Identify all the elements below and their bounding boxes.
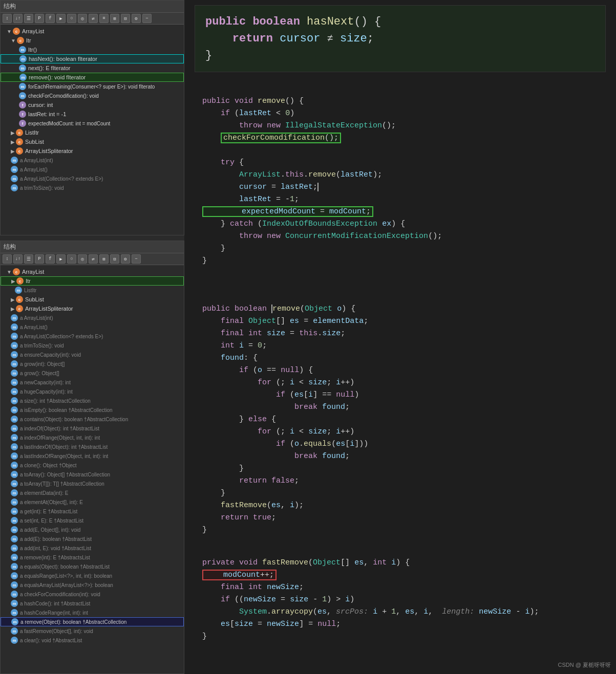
tree-b-elementdata[interactable]: m a elementData(int): E	[1, 488, 184, 497]
tree-item-ctor[interactable]: m a ArrayList()	[1, 165, 184, 174]
tree-b-equals[interactable]: m a equals(Object): boolean †AbstractLis…	[1, 562, 184, 571]
settings-btn[interactable]: ⚙	[132, 14, 141, 23]
collapse-btn-b[interactable]: ⊟	[110, 254, 119, 264]
icon-field-expectedmodcount: f	[19, 120, 26, 127]
tree-b-remove-int[interactable]: m a remove(int): E †AbstractsList	[1, 553, 184, 562]
sort-btn[interactable]: ↕	[3, 14, 12, 23]
tree-b-itr[interactable]: ▶ c Itr	[1, 276, 184, 286]
tree-top[interactable]: ▼ c ArrayList ▼ c Itr m Itr() m hasNex	[1, 25, 184, 232]
tree-b-add2[interactable]: m a add(int, E): void †AbstractList	[1, 543, 184, 553]
tree-item-ctor-int[interactable]: m a ArrayList(int)	[1, 156, 184, 165]
tree-item-checkcomod[interactable]: m checkForComodification(): void	[1, 91, 184, 100]
btn5b[interactable]: f	[46, 254, 55, 264]
btn7[interactable]: ○	[67, 14, 76, 23]
btn8b[interactable]: ◎	[78, 254, 87, 264]
tree-item-sublist[interactable]: ▶ c SubList	[1, 137, 184, 146]
btn6[interactable]: ▶	[56, 14, 66, 23]
btn5[interactable]: f	[46, 14, 55, 23]
code-section-hasnext: public boolean hasNext() { return cursor…	[195, 5, 606, 72]
tree-b-add1[interactable]: m a add(E): boolean †AbstractList	[1, 534, 184, 543]
tree-b-toarray[interactable]: m a toArray(): Object[] †AbstractCollect…	[1, 470, 184, 479]
tree-b-listitr[interactable]: m ListItr	[1, 286, 184, 295]
tree-b-equalsarraylist[interactable]: m a equalsArrayList(ArrayList<?>): boole…	[1, 580, 184, 590]
tree-b-contains[interactable]: m a contains(Object): boolean †AbstractC…	[1, 415, 184, 424]
minus-btn[interactable]: −	[142, 14, 152, 23]
tree-b-toarray-t[interactable]: m a toArray(T[]): T[] †AbstractCollectio…	[1, 479, 184, 488]
fastremove-code-block: private void fastRemove(Object[] es, int…	[195, 552, 606, 648]
tree-b-newcapacity[interactable]: m a newCapacity(int): int	[1, 378, 184, 387]
icon-field-lastret: f	[19, 111, 26, 118]
icon-b-hashcoderange: m	[11, 609, 18, 616]
expand-btn[interactable]: ⊞	[110, 14, 119, 23]
expand-btn-b[interactable]: ⊞	[99, 254, 109, 264]
sort2-btn-b[interactable]: ↓↑	[13, 254, 23, 264]
tree-b-ctor[interactable]: m a ArrayList()	[1, 322, 184, 332]
tree-item-expectedmodcount[interactable]: f expectedModCount: int = modCount	[1, 119, 184, 128]
tree-item-trimtosize[interactable]: m a trimToSize(): void	[1, 183, 184, 192]
remove-object-code-block: public boolean remove(Object o) { final …	[195, 298, 606, 541]
btn10[interactable]: ≡	[99, 14, 109, 23]
tree-b-ensurecapacity[interactable]: m a ensureCapacity(int): void	[1, 350, 184, 359]
tree-b-ctor-int[interactable]: m a ArrayList(int)	[1, 313, 184, 322]
tree-b-hashcoderange[interactable]: m a hashCodeRange(int, int): int	[1, 608, 184, 617]
tree-b-set[interactable]: m a set(int, E): E †AbstractList	[1, 516, 184, 525]
btn6b[interactable]: ▶	[56, 254, 66, 264]
btn3b[interactable]: ☰	[24, 254, 33, 264]
tree-b-clear[interactable]: m a clear(): void †AbstractList	[1, 636, 184, 645]
tree-b-sublist[interactable]: ▶ c SubList	[1, 295, 184, 304]
icon-b-size: m	[11, 397, 18, 404]
sort2-btn[interactable]: ↓↑	[13, 14, 23, 23]
tree-item-listitr[interactable]: ▶ c ListItr	[1, 128, 184, 137]
tree-b-checkcomod[interactable]: m a checkForComodification(int): void	[1, 590, 184, 599]
tree-item-arraylist[interactable]: ▼ c ArrayList	[1, 27, 184, 36]
tree-b-trimtosize[interactable]: m a trimToSize(): void	[1, 341, 184, 350]
btn7b[interactable]: ○	[67, 254, 76, 264]
tree-b-add3[interactable]: m a add(E, Object[], int): void	[1, 525, 184, 534]
tree-item-ctor-collection[interactable]: m a ArrayList(Collection<? extends E>)	[1, 174, 184, 183]
icon-b-clear: m	[11, 637, 18, 644]
tree-item-lastret[interactable]: f lastRet: int = -1	[1, 110, 184, 119]
tree-b-grow[interactable]: m a grow(): Object[]	[1, 368, 184, 378]
minus-btn-b[interactable]: −	[132, 254, 141, 264]
tree-b-arraylist[interactable]: ▼ c ArrayList	[1, 267, 184, 276]
tree-item-hasnext[interactable]: m hasNext(): boolean fIterator	[1, 54, 184, 63]
tree-item-itr[interactable]: ▼ c Itr	[1, 36, 184, 45]
tree-b-lastindexofrange[interactable]: m a lastIndexOfRange(Object, int, int): …	[1, 451, 184, 461]
tree-b-ctor-collection[interactable]: m a ArrayList(Collection<? extends E>)	[1, 332, 184, 341]
btn3[interactable]: ☰	[24, 14, 33, 23]
tree-b-remove-object[interactable]: m a remove(Object): boolean †AbstractCol…	[1, 617, 184, 626]
tree-b-hugecapacity[interactable]: m a hugeCapacity(int): int	[1, 387, 184, 396]
tree-b-equalsrange[interactable]: m a equalsRange(List<?>, int, int): bool…	[1, 571, 184, 580]
tree-item-next[interactable]: m next(): E fIterator	[1, 63, 184, 73]
icon-class-spliterator: c	[16, 147, 23, 155]
tree-b-get[interactable]: m a get(int): E †AbstractList	[1, 507, 184, 516]
tree-b-hashcode[interactable]: m a hashCode(): int †AbstractList	[1, 599, 184, 608]
tree-b-isempty[interactable]: m a isEmpty(): boolean †AbstractCollecti…	[1, 405, 184, 415]
structure-panel-bottom: 结构 ↕ ↓↑ ☰ P f ▶ ○ ◎ ⇄ ⊞ ⊟ ⚙ − ▼ c ArrayL…	[0, 241, 184, 674]
tree-b-clone[interactable]: m a clone(): Object †Object	[1, 461, 184, 470]
collapse-btn[interactable]: ⊟	[121, 14, 130, 23]
btn4[interactable]: P	[35, 14, 44, 23]
tree-b-spliterator[interactable]: ▶ c ArrayListSpliterator	[1, 304, 184, 313]
tree-b-size[interactable]: m a size(): int †AbstractCollection	[1, 396, 184, 405]
icon-b-clone: m	[11, 462, 18, 469]
tree-item-remove[interactable]: m remove(): void fIterator	[1, 73, 184, 82]
settings-btn-b[interactable]: ⚙	[121, 254, 130, 264]
tree-b-fastremove[interactable]: m a fastRemove(Object[], int): void	[1, 626, 184, 636]
tree-item-spliterator[interactable]: ▶ c ArrayListSpliterator	[1, 146, 184, 156]
tree-item-foreach[interactable]: m forEachRemaining(Consumer<? super E>):…	[1, 82, 184, 91]
tree-b-elementat[interactable]: m a elementAt(Object[], int): E	[1, 497, 184, 507]
btn9b[interactable]: ⇄	[89, 254, 98, 264]
btn9[interactable]: ⇄	[89, 14, 98, 23]
tree-bottom[interactable]: ▼ c ArrayList ▶ c Itr m ListItr ▶ c	[1, 265, 184, 671]
tree-item-cursor[interactable]: f cursor: int	[1, 100, 184, 110]
tree-b-indexofrange[interactable]: m a indexOfRange(Object, int, int): int	[1, 433, 184, 442]
icon-b-lastindexof: m	[11, 443, 18, 450]
tree-item-itr-constructor[interactable]: m Itr()	[1, 45, 184, 54]
tree-b-indexof[interactable]: m a indexOf(Object): int †AbstractList	[1, 424, 184, 433]
tree-b-lastindexof[interactable]: m a lastIndexOf(Object): int †AbstractLi…	[1, 442, 184, 451]
btn4b[interactable]: P	[35, 254, 44, 264]
sort-btn-b[interactable]: ↕	[3, 254, 12, 264]
btn8[interactable]: ◎	[78, 14, 87, 23]
tree-b-grow-int[interactable]: m a grow(int): Object[]	[1, 359, 184, 368]
